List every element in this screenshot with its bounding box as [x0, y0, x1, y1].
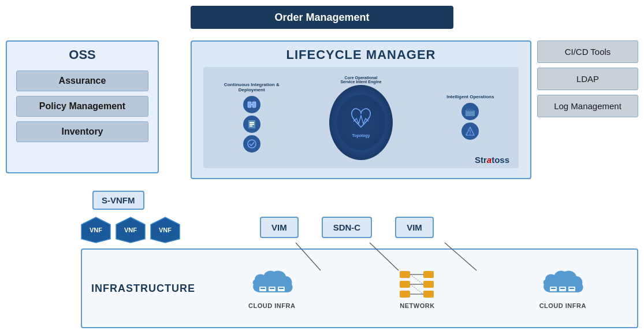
- cloud-infra-1-label: CLOUD INFRA: [248, 302, 295, 309]
- vim-1-box: VIM: [260, 217, 299, 238]
- vnf-1-label: VNF: [90, 227, 102, 233]
- svg-rect-12: [469, 109, 471, 112]
- svg-rect-0: [248, 102, 251, 107]
- lifecycle-diagram: Continuous Integration &Deployment Core …: [203, 67, 519, 168]
- vnf-2: VNF: [116, 217, 146, 243]
- vim-2-box: VIM: [395, 217, 434, 238]
- cicd-tools-item: CI/CD Tools: [537, 40, 638, 63]
- svg-rect-4: [250, 122, 254, 123]
- svg-rect-24: [270, 288, 274, 289]
- svg-rect-23: [260, 288, 265, 289]
- svg-rect-1: [252, 102, 256, 107]
- vnf-2-label: VNF: [124, 227, 137, 233]
- stratoss-text: Str: [475, 155, 487, 165]
- svg-rect-11: [467, 109, 468, 112]
- vnf-1: VNF: [81, 217, 111, 243]
- log-management-item: Log Management: [537, 95, 638, 117]
- oss-policy-management: Policy Management: [16, 96, 148, 117]
- lc-right-section: Intelligent Operations: [427, 94, 514, 141]
- infrastructure-box: INFRASTRUCTURE CLOUD INFRA: [81, 248, 638, 328]
- infra-icons: CLOUD INFRA: [198, 250, 637, 327]
- oss-inventory: Inventory: [16, 121, 148, 142]
- vnf-row: VNF VNF VNF: [81, 217, 180, 243]
- cloud-infra-1-icon: [249, 268, 295, 300]
- vnf-3: VNF: [150, 217, 180, 243]
- external-tools-panel: CI/CD Tools LDAP Log Management: [537, 40, 638, 117]
- svg-rect-31: [423, 291, 434, 298]
- stratoss-toss: toss: [492, 155, 509, 165]
- vim-sdnc-row: VIM SDN-C VIM: [260, 217, 434, 238]
- stratoss-a: a: [487, 155, 492, 165]
- lc-center-section: Core OperationalService Intent Engine To…: [295, 76, 426, 160]
- lc-service-intel-icon: [461, 123, 479, 140]
- svg-rect-13: [471, 109, 473, 112]
- sdnc-box: SDN-C: [322, 217, 373, 238]
- lifecycle-manager-box: LIFECYCLE MANAGER Continuous Integration…: [191, 40, 531, 179]
- svg-line-36: [410, 284, 423, 294]
- bottom-section: S-VNFM VNF VNF VNF VIM SDN-C VIM INFRAST: [6, 191, 638, 328]
- lifecycle-diagram-container: Continuous Integration &Deployment Core …: [203, 67, 519, 168]
- cloud-infra-2-icon: [539, 268, 586, 300]
- ldap-item: LDAP: [537, 68, 638, 90]
- svg-rect-26: [400, 271, 410, 278]
- lc-left-section: Continuous Integration &Deployment: [208, 82, 295, 154]
- lc-artifact-icon: [243, 116, 260, 133]
- svg-rect-5: [250, 124, 254, 125]
- cloud-infra-2-label: CLOUD INFRA: [539, 302, 586, 309]
- vnf-3-label: VNF: [159, 227, 172, 233]
- svg-rect-28: [400, 291, 410, 298]
- svg-point-8: [337, 95, 385, 150]
- stratoss-logo: Stratoss: [475, 155, 509, 165]
- lc-test-icon: [243, 135, 260, 153]
- lc-left-title: Continuous Integration &Deployment: [224, 82, 280, 92]
- oss-assurance: Assurance: [16, 70, 148, 91]
- cloud-infra-2-group: CLOUD INFRA: [539, 268, 586, 309]
- svg-rect-29: [423, 271, 434, 278]
- svg-rect-41: [560, 288, 565, 289]
- infra-label: INFRASTRUCTURE: [91, 283, 195, 295]
- lc-right-title: Intelligent Operations: [446, 94, 494, 99]
- svg-rect-40: [551, 288, 556, 289]
- lifecycle-manager-title: LIFECYCLE MANAGER: [192, 47, 530, 62]
- lc-vnf-service-icon: [243, 96, 260, 113]
- network-label: NETWORK: [400, 302, 434, 309]
- svnfm-box: S-VNFM: [92, 191, 144, 210]
- svg-point-16: [470, 133, 471, 135]
- lc-center-oval: Topology: [329, 85, 393, 160]
- svg-rect-42: [569, 288, 574, 289]
- order-management-label: Order Management: [274, 12, 369, 24]
- network-group: NETWORK: [397, 268, 437, 309]
- oss-title: OSS: [7, 47, 158, 62]
- network-icon: [397, 268, 437, 300]
- svg-text:Topology: Topology: [352, 133, 370, 138]
- oss-box: OSS Assurance Policy Management Inventor…: [6, 40, 159, 173]
- svg-rect-30: [423, 281, 434, 288]
- lc-fencing-icon: [461, 103, 479, 120]
- svg-point-7: [248, 140, 256, 148]
- svg-line-35: [410, 274, 423, 284]
- svg-rect-25: [279, 288, 284, 289]
- order-management-bar: Order Management: [191, 6, 453, 29]
- cloud-infra-1-group: CLOUD INFRA: [248, 268, 295, 309]
- svg-rect-6: [250, 125, 252, 127]
- svg-rect-27: [400, 281, 410, 288]
